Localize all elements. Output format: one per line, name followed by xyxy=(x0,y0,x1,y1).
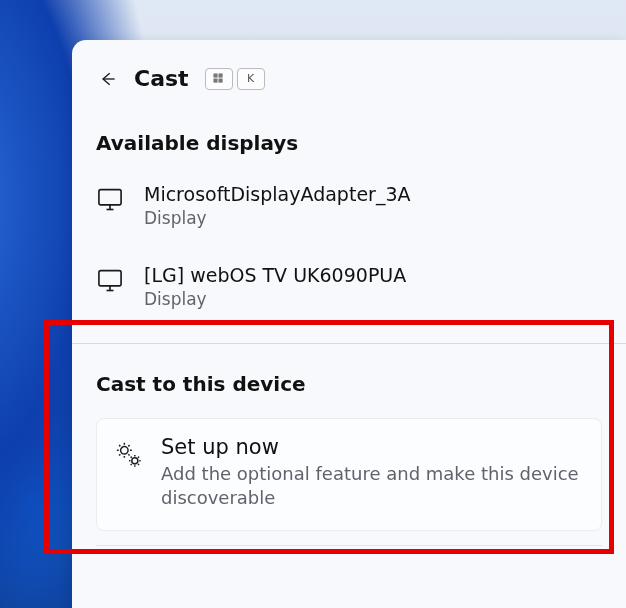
panel-header: Cast K xyxy=(72,40,626,103)
svg-rect-3 xyxy=(219,79,223,83)
back-arrow-icon xyxy=(98,69,118,89)
device-name: [LG] webOS TV UK6090PUA xyxy=(144,264,602,287)
svg-rect-1 xyxy=(219,73,223,77)
svg-point-6 xyxy=(121,446,128,453)
card-divider xyxy=(96,545,602,546)
svg-rect-4 xyxy=(99,190,121,205)
device-list: MicrosoftDisplayAdapter_3A Display [LG] … xyxy=(72,167,626,329)
setup-title: Set up now xyxy=(161,435,583,460)
monitor-icon xyxy=(96,266,124,294)
setup-subtitle: Add the optional feature and make this d… xyxy=(161,462,583,511)
device-row-msadapter[interactable]: MicrosoftDisplayAdapter_3A Display xyxy=(96,167,602,248)
svg-rect-5 xyxy=(99,270,121,285)
win-key-icon xyxy=(205,68,233,90)
gears-icon xyxy=(115,441,143,469)
monitor-icon xyxy=(96,185,124,213)
svg-point-7 xyxy=(132,457,138,463)
available-displays-heading: Available displays xyxy=(72,103,626,167)
cast-panel: Cast K Available displays xyxy=(72,40,626,608)
shortcut-hint: K xyxy=(205,68,265,90)
device-subtitle: Display xyxy=(144,289,602,309)
svg-rect-0 xyxy=(214,73,218,77)
setup-now-card[interactable]: Set up now Add the optional feature and … xyxy=(96,418,602,532)
device-subtitle: Display xyxy=(144,208,602,228)
panel-title: Cast xyxy=(134,66,189,91)
cast-to-device-heading: Cast to this device xyxy=(72,344,626,408)
back-button[interactable] xyxy=(96,67,120,91)
device-name: MicrosoftDisplayAdapter_3A xyxy=(144,183,602,206)
device-row-lgtv[interactable]: [LG] webOS TV UK6090PUA Display xyxy=(96,248,602,329)
svg-rect-2 xyxy=(214,79,218,83)
k-key: K xyxy=(237,68,265,90)
